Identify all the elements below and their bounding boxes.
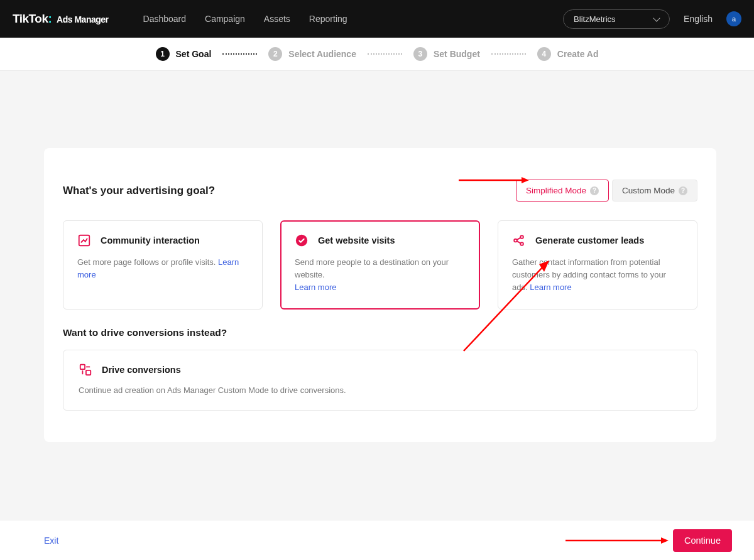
goal-generate-leads[interactable]: Generate customer leads Gather contact i… [498, 220, 697, 310]
step-connector [222, 53, 257, 55]
step-connector [368, 53, 402, 55]
page-title: What's your advertising goal? [63, 185, 215, 197]
step-set-budget: 3 Set Budget [413, 47, 480, 61]
step-set-goal: 1 Set Goal [156, 47, 212, 61]
goal-website-visits[interactable]: Get website visits Send more people to a… [280, 220, 480, 310]
stepper: 1 Set Goal 2 Select Audience 3 Set Budge… [0, 38, 754, 71]
simplified-mode-button[interactable]: Simplified Mode ? [516, 180, 609, 202]
account-selector[interactable]: BlitzMetrics [563, 9, 670, 29]
account-name: BlitzMetrics [574, 14, 615, 24]
help-icon[interactable]: ? [679, 186, 687, 195]
share-nodes-icon [512, 234, 526, 247]
avatar[interactable]: a [726, 11, 741, 26]
help-icon[interactable]: ? [590, 186, 599, 195]
language-selector[interactable]: English [684, 14, 713, 24]
svg-rect-5 [80, 365, 85, 369]
goal-community-interaction[interactable]: Community interaction Get more page foll… [63, 220, 263, 310]
trend-up-icon [77, 234, 91, 247]
nav-assets[interactable]: Assets [264, 14, 290, 24]
learn-more-link[interactable]: Learn more [295, 283, 336, 292]
nav-dashboard[interactable]: Dashboard [143, 14, 187, 24]
nav-campaign[interactable]: Campaign [205, 14, 245, 24]
step-create-ad: 4 Create Ad [537, 47, 599, 61]
tiktok-logo: TikTok: Ads Manager [13, 12, 109, 26]
continue-button[interactable]: Continue [673, 529, 732, 552]
step-connector [491, 53, 526, 55]
conversion-icon [79, 363, 92, 377]
goal-selection-panel: What's your advertising goal? Simplified… [44, 148, 716, 442]
nav-reporting[interactable]: Reporting [309, 14, 347, 24]
check-circle-icon [295, 234, 309, 247]
step-select-audience: 2 Select Audience [268, 47, 356, 61]
conversion-subheading: Want to drive conversions instead? [63, 327, 697, 338]
mode-toggle: Simplified Mode ? Custom Mode ? [516, 180, 697, 202]
custom-mode-button[interactable]: Custom Mode ? [612, 180, 697, 202]
learn-more-link[interactable]: Learn more [530, 283, 571, 292]
main-nav: Dashboard Campaign Assets Reporting [143, 14, 347, 24]
svg-rect-6 [86, 370, 90, 375]
footer-bar: Exit Continue [0, 520, 754, 560]
goal-drive-conversions[interactable]: Drive conversions Continue ad creation o… [63, 350, 697, 410]
chevron-down-icon [653, 14, 660, 21]
top-nav-bar: TikTok: Ads Manager Dashboard Campaign A… [0, 0, 754, 38]
exit-link[interactable]: Exit [44, 536, 58, 546]
